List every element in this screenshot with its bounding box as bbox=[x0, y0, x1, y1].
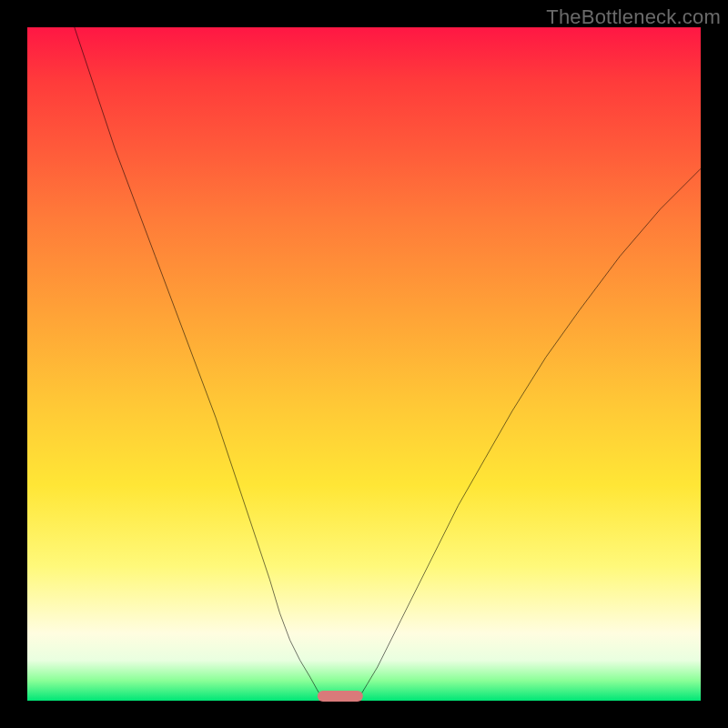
curve-left-branch bbox=[75, 27, 324, 701]
plot-area bbox=[27, 27, 701, 701]
curve-svg bbox=[27, 27, 701, 701]
watermark-text: TheBottleneck.com bbox=[546, 5, 721, 29]
bottleneck-marker bbox=[318, 691, 363, 702]
chart-frame: TheBottleneck.com bbox=[0, 0, 728, 728]
curve-right-branch bbox=[358, 168, 701, 701]
